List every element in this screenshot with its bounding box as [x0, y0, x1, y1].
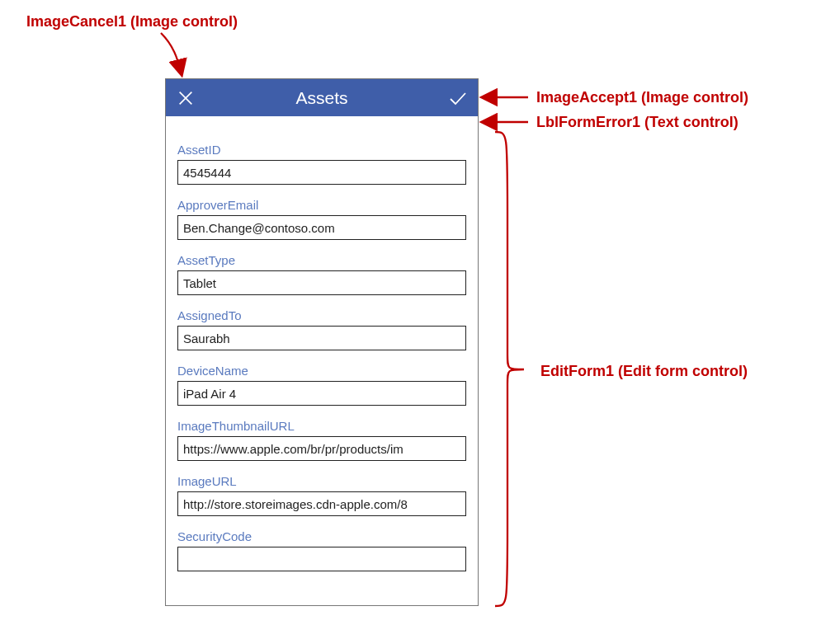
field-image-url: ImageURL — [177, 474, 466, 516]
field-asset-id: AssetID — [177, 143, 466, 185]
field-thumb-url: ImageThumbnailURL — [177, 419, 466, 461]
annotation-error-label: LblFormError1 (Text control) — [536, 114, 739, 131]
field-label: AssetID — [177, 143, 466, 157]
form-error-label — [177, 121, 466, 129]
field-label: ImageURL — [177, 474, 466, 488]
security-code-input[interactable] — [177, 547, 466, 571]
assigned-to-input[interactable] — [177, 326, 466, 350]
cancel-icon[interactable] — [174, 87, 197, 110]
field-device-name: DeviceName — [177, 364, 466, 406]
field-label: ApproverEmail — [177, 198, 466, 212]
page-title: Assets — [197, 88, 446, 108]
field-label: ImageThumbnailURL — [177, 419, 466, 433]
asset-type-input[interactable] — [177, 270, 466, 295]
asset-id-input[interactable] — [177, 160, 466, 185]
field-security-code: SecurityCode — [177, 529, 466, 571]
app-header: Assets — [166, 79, 478, 116]
field-assigned-to: AssignedTo — [177, 308, 466, 350]
edit-form: AssetID ApproverEmail AssetType Assigned… — [166, 116, 478, 571]
field-label: SecurityCode — [177, 529, 466, 543]
field-label: AssetType — [177, 253, 466, 267]
approver-email-input[interactable] — [177, 215, 466, 240]
annotation-accept-label: ImageAccept1 (Image control) — [536, 89, 748, 106]
accept-icon[interactable] — [446, 87, 470, 110]
app-frame: Assets AssetID ApproverEmail AssetType A… — [165, 78, 479, 606]
field-approver-email: ApproverEmail — [177, 198, 466, 240]
annotation-form-label: EditForm1 (Edit form control) — [540, 363, 748, 380]
annotation-cancel-label: ImageCancel1 (Image control) — [26, 13, 238, 31]
thumb-url-input[interactable] — [177, 436, 466, 461]
field-label: AssignedTo — [177, 308, 466, 322]
field-asset-type: AssetType — [177, 253, 466, 295]
field-label: DeviceName — [177, 364, 466, 378]
image-url-input[interactable] — [177, 491, 466, 516]
device-name-input[interactable] — [177, 381, 466, 406]
